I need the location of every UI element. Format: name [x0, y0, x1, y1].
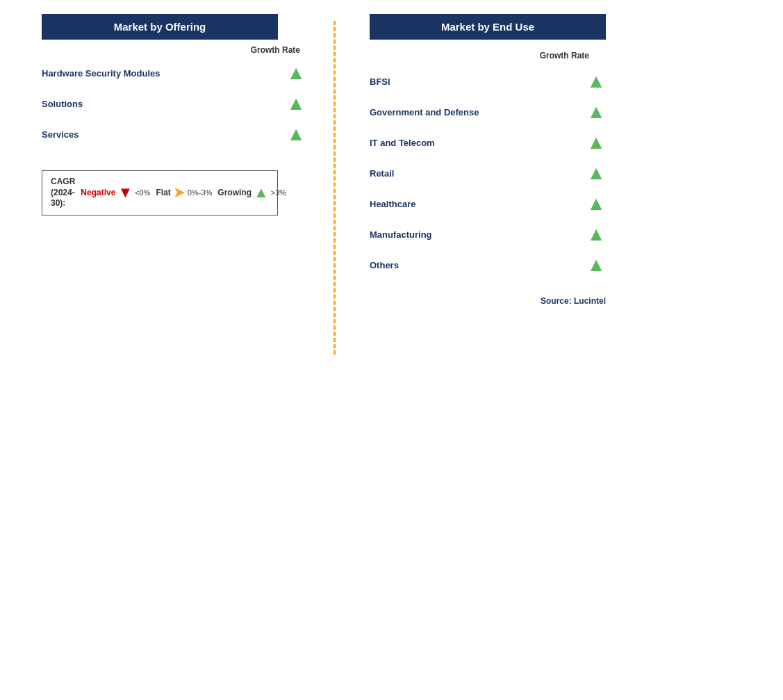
right-growth-rate-label: Growth Rate [540, 51, 600, 60]
legend-growing: Growing ▲ >3% [217, 184, 286, 202]
legend-growing-range: >3% [271, 188, 286, 197]
list-item: IT and Telecom ▲ [370, 127, 606, 158]
legend-box: CAGR(2024-30): Negative ▼ <0% Flat ➤ 0%-… [42, 170, 278, 215]
healthcare-arrow-icon: ▲ [586, 194, 606, 213]
legend-flat: Flat ➤ 0%-3% [156, 184, 212, 202]
it-telecom-arrow-icon: ▲ [586, 133, 606, 152]
left-growth-rate-label: Growth Rate [42, 45, 306, 55]
green-up-arrow-icon: ▲ [254, 184, 269, 202]
left-panel-header: Market by Offering [42, 14, 278, 40]
list-item: Government and Defense ▲ [370, 97, 606, 127]
government-defense-arrow-icon: ▲ [586, 102, 606, 122]
it-telecom-label: IT and Telecom [370, 138, 435, 148]
source-label: Source: Lucintel [541, 296, 606, 306]
bfsi-label: BFSI [370, 76, 390, 87]
manufacturing-arrow-icon: ▲ [586, 225, 606, 244]
list-item: Hardware Security Modules ▲ [42, 58, 306, 88]
left-panel: Market by Offering Growth Rate Hardware … [42, 14, 333, 355]
list-item: Healthcare ▲ [370, 188, 606, 219]
solutions-label: Solutions [42, 99, 83, 109]
retail-label: Retail [370, 168, 394, 179]
hardware-security-modules-label: Hardware Security Modules [42, 68, 160, 79]
list-item: Manufacturing ▲ [370, 219, 606, 250]
legend-negative-range: <0% [135, 188, 150, 197]
healthcare-label: Healthcare [370, 199, 415, 209]
legend-negative-label: Negative [81, 188, 115, 197]
legend-flat-label: Flat [156, 188, 170, 197]
retail-arrow-icon: ▲ [586, 163, 606, 183]
list-item: Retail ▲ [370, 158, 606, 188]
others-arrow-icon: ▲ [586, 255, 606, 275]
right-panel: Market by End Use Growth Rate BFSI ▲ Gov… [335, 14, 741, 355]
orange-right-arrow-icon: ➤ [173, 184, 186, 202]
legend-growing-label: Growing [217, 188, 252, 197]
hardware-security-modules-arrow-icon: ▲ [286, 63, 306, 83]
list-item: Services ▲ [42, 119, 306, 149]
list-item: BFSI ▲ [370, 66, 606, 97]
manufacturing-label: Manufacturing [370, 229, 432, 240]
red-down-arrow-icon: ▼ [117, 184, 133, 202]
others-label: Others [370, 260, 399, 270]
government-defense-label: Government and Defense [370, 107, 479, 117]
solutions-arrow-icon: ▲ [286, 94, 306, 113]
legend-flat-range: 0%-3% [188, 188, 212, 197]
list-item: Others ▲ [370, 250, 606, 280]
services-arrow-icon: ▲ [286, 124, 306, 144]
list-item: Solutions ▲ [42, 88, 306, 119]
bfsi-arrow-icon: ▲ [586, 72, 606, 91]
legend-cagr-label: CAGR(2024-30): [51, 177, 75, 209]
right-panel-header: Market by End Use [370, 14, 606, 40]
services-label: Services [42, 129, 79, 140]
legend-negative: Negative ▼ <0% [81, 184, 150, 202]
